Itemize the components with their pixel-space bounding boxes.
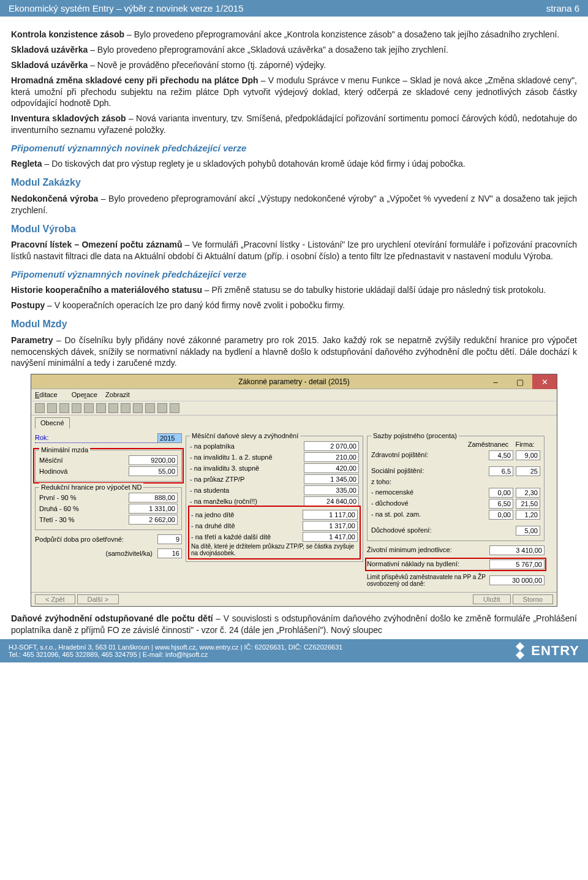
toolbar-icon[interactable] [35,403,45,413]
redukcni-title: Redukční hranice pro výpočet ND [39,483,143,492]
nemoc-firma-input[interactable] [516,488,540,498]
limitpp-input[interactable] [489,575,545,585]
na-inv3-label: - na invaliditu 3. stupně [190,464,304,473]
page-footer: HJ-SOFT, s.r.o., Hradební 3, 563 01 Lanš… [0,639,588,662]
mesicni-label: Měsíční [39,456,129,465]
minimize-button[interactable]: – [483,374,508,389]
druha-input[interactable] [129,504,178,514]
para-parametry-text: – Do číselníku byly přidány nové zákonné… [11,335,577,368]
prvni-input[interactable] [129,493,178,503]
zdrav-firma-input[interactable] [516,450,540,460]
close-button[interactable]: ✕ [532,374,557,389]
toolbar-icon[interactable] [157,403,167,413]
na-d3-label: - na třetí a každé další dítě [191,533,303,542]
na-pop-label: - na poplatníka [190,442,304,451]
soc-label: Sociální pojištění: [371,466,486,476]
treti-label: Třetí - 30 % [39,515,129,525]
na-inv12-input[interactable] [304,452,359,462]
toolbar-icon[interactable] [133,403,143,413]
nemoc-zam-input[interactable] [489,488,513,498]
footer-line1: HJ-SOFT, s.r.o., Hradební 3, 563 01 Lanš… [9,643,342,651]
na-inv3-input[interactable] [304,463,359,473]
toolbar-icon[interactable] [145,403,155,413]
na-d3-input[interactable] [303,532,358,542]
para-pracovni: Pracovní lístek – Omezení počtu záznamů … [11,239,577,262]
sazby-title: Sazby pojistného (procenta) [371,431,459,441]
na-pop-input[interactable] [304,441,359,451]
soc-zam-input[interactable] [489,466,513,476]
rok-label[interactable]: Rok: [35,433,157,443]
menu-editace[interactable]: Editace [35,391,64,398]
duch-firma-input[interactable] [516,499,540,509]
para-historie: Historie kooperačního a materiálového st… [11,284,577,296]
para-kontrola: Kontrola konzistence zásob – Bylo proved… [11,29,577,40]
deti-redbox: - na jedno dítě - na druhé dítě - na tře… [190,507,359,558]
menu-zobrazit[interactable]: Zobrazit [105,391,130,398]
podpurci-input[interactable] [157,534,182,544]
nemoc-label: - nemocenské [371,488,486,497]
next-button[interactable]: Další > [77,594,119,604]
zdrav-label: Zdravotní pojištění: [371,450,486,460]
na-ztp-label: - na průkaz ZTP/P [190,475,304,484]
na-d1-input[interactable] [303,510,358,520]
toolbar-icon[interactable] [72,403,81,413]
duchspor-input[interactable] [516,526,540,536]
stpol-firma-input[interactable] [516,510,540,520]
header-left: Ekonomický systém Entry – výběr z novine… [9,3,244,13]
prvni-label: První - 90 % [39,493,129,503]
hodinova-input[interactable] [129,466,178,476]
samoziv-input[interactable] [157,548,182,558]
stpol-zam-input[interactable] [489,510,513,520]
window-title: Zákonné parametry - detail (2015) [238,377,349,387]
back-button[interactable]: < Zpět [35,594,75,604]
para-regleta-bold: Regleta [11,159,42,169]
para-parametry: Parametry – Do číselníku byly přidány no… [11,335,577,370]
para-sklad-uzav1-bold: Skladová uzávěrka [11,45,88,55]
na-ztp-input[interactable] [304,474,359,484]
treti-input[interactable] [129,515,178,525]
mesicni-input[interactable] [129,455,178,465]
toolbar-icon[interactable] [108,403,118,413]
ztoho-label: z toho: [371,477,540,487]
duchspor-label: Důchodové spoření: [371,526,513,535]
na-d2-input[interactable] [303,521,358,531]
podpurci-label: Podpůrčí doba pro ošetřovné: [35,535,157,544]
toolbar-icon[interactable] [96,403,106,413]
window-titlebar: Zákonné parametry - detail (2015) – ▢ ✕ [31,374,557,389]
soc-firma-input[interactable] [516,466,540,476]
window-controls: – ▢ ✕ [483,374,557,389]
left-column: Rok: Minimální mzda Měsíční Hodinová Red… [35,432,182,588]
para-sklad-uzav2-text: – Nově je prováděno přeceňování storno (… [88,60,326,70]
footer-text: HJ-SOFT, s.r.o., Hradební 3, 563 01 Lanš… [9,643,342,658]
normnakl-input[interactable] [489,559,545,569]
menu-operace[interactable]: Operace [72,391,97,398]
save-button[interactable]: Uložit [473,594,511,604]
duch-zam-input[interactable] [489,499,513,509]
tab-obecne[interactable]: Obecné [35,417,70,428]
na-stud-label: - na studenta [190,486,304,495]
na-stud-input[interactable] [304,485,359,495]
para-nedok: Nedokončená výroba – Bylo provedeno přep… [11,193,577,216]
subheading-pripomenuti-1: Připomenutí významných novinek předcháze… [11,142,577,154]
page-header: Ekonomický systém Entry – výběr z novine… [0,0,588,17]
para-postupy: Postupy – V kooperačních operacích lze p… [11,300,577,311]
toolbar-icon[interactable] [170,403,179,413]
toolbar-icon[interactable] [121,403,130,413]
maximize-button[interactable]: ▢ [508,374,532,389]
zivmin-input[interactable] [489,545,545,555]
toolbar-icon[interactable] [47,403,57,413]
rok-input[interactable] [157,433,182,443]
zdrav-zam-input[interactable] [489,450,513,460]
hodinova-label: Hodinová [39,467,129,476]
document-body: Kontrola konzistence zásob – Bylo proved… [0,17,588,635]
toolbar-icon[interactable] [84,403,94,413]
redukcni-hranice-group: Redukční hranice pro výpočet ND První - … [35,487,182,530]
storno-button[interactable]: Storno [513,594,553,604]
ztp-note: Na dítě, které je držitelem průkazu ZTP/… [191,543,358,556]
para-inventura-bold: Inventura skladových zásob [11,113,126,123]
para-sklad-uzav1-text: – Bylo provedeno přeprogramování akce „S… [88,45,448,55]
toolbar-icon[interactable] [59,403,69,413]
header-right: strana 6 [546,3,579,13]
na-manz-input[interactable] [304,496,359,506]
para-regleta: Regleta – Do tiskových dat pro výstup re… [11,158,577,170]
